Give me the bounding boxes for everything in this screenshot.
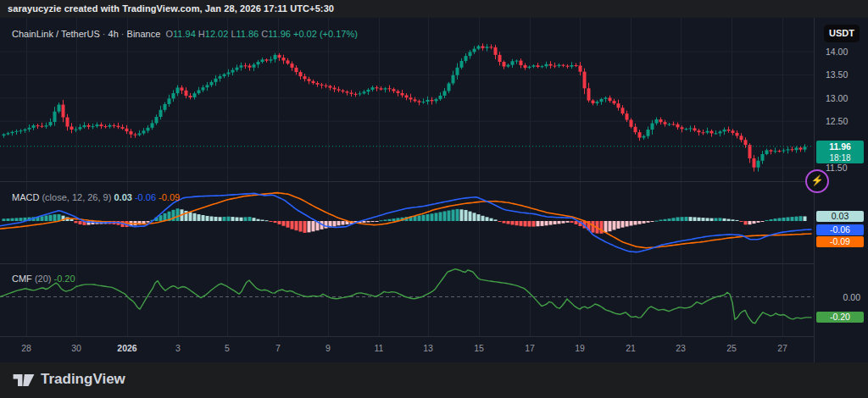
cmf-params: (20) xyxy=(35,274,52,284)
cmf-indicator-chart xyxy=(0,264,814,336)
time-axis-label: 5 xyxy=(209,343,246,353)
time-axis-label: 17 xyxy=(511,343,548,353)
pane-divider[interactable] xyxy=(0,263,868,264)
currency-toggle-button[interactable]: USDT xyxy=(824,25,860,42)
time-axis-label: 7 xyxy=(259,343,297,353)
time-axis[interactable]: 283020263579111315171921232527 xyxy=(0,337,814,362)
open-label: O xyxy=(165,29,173,39)
bar-countdown: 18:18 xyxy=(816,152,864,163)
price-axis-label: 14.00 xyxy=(826,47,848,57)
time-axis-label: 11 xyxy=(360,343,398,353)
time-axis-label: 15 xyxy=(460,343,498,353)
change-value: +0.02 (+0.17%) xyxy=(293,29,358,39)
tradingview-logo-icon[interactable] xyxy=(12,371,36,390)
symbol-title[interactable]: ChainLink / TetherUS xyxy=(12,29,100,39)
price-axis-label: 12.50 xyxy=(826,116,848,126)
time-axis-label: 3 xyxy=(159,343,197,353)
time-axis-label: 27 xyxy=(764,343,801,353)
time-axis-label: 28 xyxy=(8,343,45,353)
exchange-label[interactable]: Binance xyxy=(127,29,161,39)
macd-params: (close, 12, 26, 9) xyxy=(42,192,111,202)
symbol-legend: ChainLink / TetherUS · 4h · Binance O11.… xyxy=(12,29,358,39)
macd-axis-badge: 0.03 xyxy=(816,211,864,222)
close-value: 11.96 xyxy=(268,29,291,39)
cmf-legend: CMF (20) -0.20 xyxy=(12,274,75,284)
cmf-pane[interactable] xyxy=(0,264,814,336)
last-price-badge: 11.9618:18 xyxy=(816,141,864,163)
macd-title[interactable]: MACD xyxy=(12,192,39,202)
time-axis-label: 30 xyxy=(58,343,95,353)
attribution-text: sarayucyzie created with TradingView.com… xyxy=(8,3,334,14)
macd-axis-badge: -0.06 xyxy=(816,224,864,235)
pane-divider[interactable] xyxy=(0,181,868,182)
time-axis-label: 25 xyxy=(713,343,750,353)
macd-signal-value: -0.09 xyxy=(159,192,180,202)
tradingview-chart-screenshot: sarayucyzie created with TradingView.com… xyxy=(0,0,868,398)
separator-dot: · xyxy=(121,29,125,39)
high-value: 12.02 xyxy=(205,29,229,39)
open-value: 11.94 xyxy=(173,29,196,39)
macd-legend: MACD (close, 12, 26, 9) 0.03 -0.06 -0.09 xyxy=(12,192,180,202)
price-axis-label: 13.50 xyxy=(826,69,848,80)
time-axis-label: 13 xyxy=(409,343,447,353)
time-axis-label: 21 xyxy=(612,343,649,353)
attribution-bar: sarayucyzie created with TradingView.com… xyxy=(0,0,868,18)
low-value: 11.86 xyxy=(236,29,259,39)
time-axis-label: 9 xyxy=(309,343,347,353)
cmf-axis-badge: -0.20 xyxy=(816,312,864,323)
time-axis-label: 19 xyxy=(561,343,598,353)
bottom-bar: TradingView xyxy=(0,362,868,398)
macd-axis-badge: -0.09 xyxy=(816,236,864,247)
tradingview-logo-glyph xyxy=(12,371,36,390)
candlestick-chart xyxy=(0,18,814,181)
high-label: H xyxy=(198,29,205,39)
interval-label[interactable]: 4h xyxy=(108,29,119,39)
separator-dot: · xyxy=(103,29,106,39)
time-axis-label: 23 xyxy=(662,343,699,353)
cmf-title[interactable]: CMF xyxy=(12,274,32,284)
price-pane[interactable] xyxy=(0,18,814,181)
price-axis-label: 11.50 xyxy=(826,163,848,173)
cmf-zero-label: 0.00 xyxy=(843,292,860,302)
time-axis-label: 2026 xyxy=(108,343,146,353)
tradingview-brand-text[interactable]: TradingView xyxy=(41,371,125,388)
price-axis-label: 13.00 xyxy=(826,93,848,103)
macd-line-value: -0.06 xyxy=(135,192,156,202)
last-price-value: 11.96 xyxy=(816,141,864,152)
cmf-value: -0.20 xyxy=(54,274,75,284)
instant-trading-lightning-button[interactable]: ⚡ xyxy=(805,169,829,193)
macd-hist-value: 0.03 xyxy=(114,192,131,202)
